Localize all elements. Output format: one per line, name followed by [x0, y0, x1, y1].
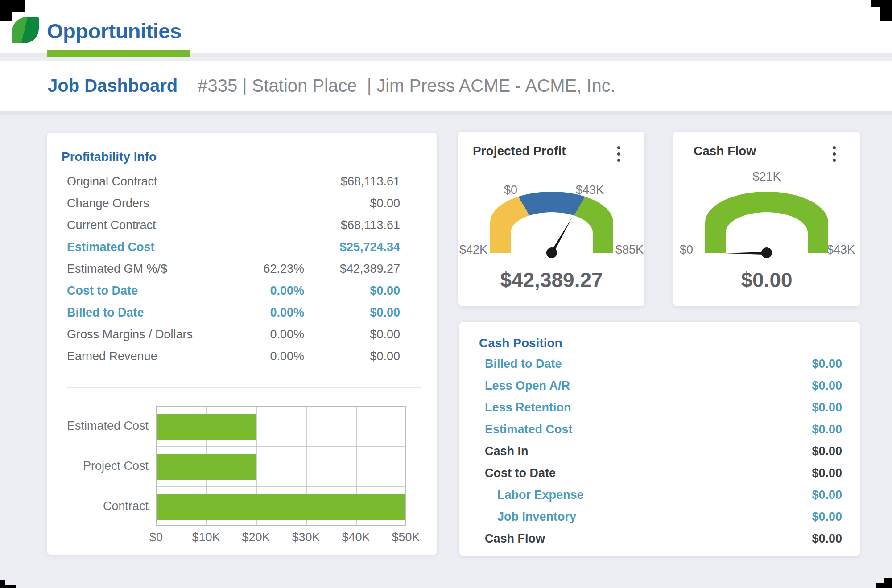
table-row: Original Contract $68,113.61: [47, 171, 437, 193]
row-pct: 0.00%: [228, 306, 304, 320]
cash-flow-label: Cash Flow: [485, 532, 812, 546]
breadcrumb: #335 | Station Place | Jim Press ACME - …: [198, 76, 615, 96]
labor-expense-link[interactable]: Labor Expense: [497, 488, 812, 502]
x-axis-tick: $50K: [379, 530, 433, 544]
job-inventory-link[interactable]: Job Inventory: [497, 510, 812, 524]
item-value: $0.00: [812, 532, 842, 546]
change-orders-label: Change Orders: [67, 197, 228, 210]
billed-to-date-link[interactable]: Billed to Date: [67, 306, 228, 320]
active-tab-underline: [47, 50, 190, 57]
cash-flow-gauge: [705, 192, 828, 253]
gauge-tick-label: $43K: [827, 243, 855, 257]
table-row: Billed to Date 0.00% $0.00: [47, 302, 437, 324]
row-amount: $0.00: [304, 350, 400, 363]
estimated-cost-link[interactable]: Estimated Cost: [485, 423, 812, 436]
list-item: Cash In $0.00: [459, 440, 860, 462]
cost-to-date-value-link[interactable]: $0.00: [304, 284, 400, 298]
cash-flow-title: Cash Flow: [694, 144, 756, 158]
row-amount: $68,113.61: [304, 175, 400, 189]
original-contract-label: Original Contract: [67, 175, 228, 189]
table-row: Gross Margins / Dollars 0.00% $0.00: [47, 324, 437, 345]
profitability-card: Profitability Info Original Contract $68…: [47, 133, 437, 555]
chart-category-label: Project Cost: [47, 459, 149, 473]
gauge-tick-label: $0: [680, 243, 693, 257]
profitability-heading: Profitability Info: [62, 150, 157, 164]
x-axis-tick: $0: [129, 530, 183, 544]
table-row: Earned Revenue 0.00% $0.00: [47, 345, 437, 367]
table-row: Current Contract $68,113.61: [47, 214, 437, 236]
x-axis-tick: $30K: [279, 530, 333, 544]
gauge-tick-label: $85K: [615, 243, 644, 257]
bar-contract: [157, 494, 405, 520]
row-pct: 0.00%: [228, 328, 304, 341]
sub-header: Job Dashboard #335 | Station Place | Jim…: [0, 61, 892, 115]
current-contract-label: Current Contract: [67, 218, 228, 232]
list-item: Cash Flow $0.00: [459, 528, 860, 550]
item-value: $0.00: [812, 466, 842, 480]
crop-mark: [880, 0, 892, 21]
item-value: $0.00: [812, 444, 842, 458]
crop-mark: [0, 0, 25, 12]
earned-revenue-label: Earned Revenue: [67, 350, 228, 363]
x-axis-tick: $40K: [329, 530, 383, 544]
projected-profit-gauge: [490, 192, 613, 253]
page-title[interactable]: Opportunities: [47, 19, 182, 43]
row-amount: $0.00: [304, 197, 400, 210]
bar-project-cost: [157, 454, 256, 480]
cash-flow-value: $0.00: [673, 268, 860, 292]
list-item: Less Open A/R $0.00: [459, 375, 860, 397]
item-value[interactable]: $0.00: [812, 379, 842, 393]
kebab-menu-icon[interactable]: [610, 143, 628, 164]
cash-flow-card: Cash Flow $0 $21K $43K $0.00: [673, 132, 860, 306]
table-row: Estimated Cost $25,724.34: [47, 236, 437, 258]
chart-category-label: Estimated Cost: [47, 419, 149, 433]
chart-category-label: Contract: [47, 499, 149, 513]
crop-mark: [0, 12, 12, 21]
item-value[interactable]: $0.00: [812, 401, 842, 415]
row-amount: $68,113.61: [304, 218, 400, 232]
app-header: Opportunities: [0, 0, 892, 57]
billed-to-date-link[interactable]: Billed to Date: [485, 357, 812, 371]
cost-to-date-label: Cost to Date: [485, 466, 812, 480]
list-item: Labor Expense $0.00: [459, 484, 860, 506]
table-row: Estimated GM %/$ 62.23% $42,389.27: [47, 258, 437, 280]
item-value[interactable]: $0.00: [812, 423, 842, 436]
estimated-cost-link[interactable]: Estimated Cost: [67, 240, 228, 254]
table-row: Change Orders $0.00: [47, 193, 437, 214]
kebab-menu-icon[interactable]: [825, 143, 843, 164]
projected-profit-value: $42,389.27: [458, 268, 644, 292]
item-value[interactable]: $0.00: [812, 488, 842, 502]
cost-contract-bar-chart: [156, 406, 406, 526]
projected-profit-card: Projected Profit $0 $43K $42K $85K $42,3…: [458, 132, 644, 306]
x-axis-tick: $10K: [179, 530, 233, 544]
list-item: Estimated Cost $0.00: [459, 419, 860, 440]
gauge-tick-label: $42K: [459, 243, 487, 257]
profitability-table: Original Contract $68,113.61 Change Orde…: [47, 171, 437, 367]
projected-profit-title: Projected Profit: [473, 144, 566, 158]
crop-mark: [0, 585, 16, 588]
tab-job-dashboard[interactable]: Job Dashboard: [48, 76, 178, 96]
list-item: Job Inventory $0.00: [459, 506, 860, 528]
gauge-pivot: [546, 247, 557, 258]
list-item: Less Retention $0.00: [459, 397, 860, 419]
cash-position-list: Billed to Date $0.00 Less Open A/R $0.00…: [459, 353, 860, 550]
less-retention-link[interactable]: Less Retention: [485, 401, 812, 415]
row-amount: $42,389.27: [304, 262, 400, 276]
leaf-icon[interactable]: [12, 17, 39, 43]
item-value[interactable]: $0.00: [812, 510, 842, 524]
billed-to-date-value-link[interactable]: $0.00: [304, 306, 400, 320]
list-item: Billed to Date $0.00: [459, 353, 860, 375]
cash-position-card: Cash Position Billed to Date $0.00 Less …: [459, 322, 860, 556]
divider: [67, 387, 421, 388]
cash-position-heading: Cash Position: [479, 336, 562, 350]
less-open-ar-link[interactable]: Less Open A/R: [485, 379, 812, 393]
estimated-cost-value-link[interactable]: $25,724.34: [304, 240, 400, 254]
row-amount: $0.00: [304, 328, 400, 341]
row-pct: 0.00%: [228, 350, 304, 363]
x-axis-tick: $20K: [229, 530, 283, 544]
bar-estimated-cost: [157, 414, 256, 440]
gauge-pivot: [761, 247, 772, 258]
item-value[interactable]: $0.00: [812, 357, 842, 371]
crop-mark: [884, 578, 892, 588]
cost-to-date-link[interactable]: Cost to Date: [67, 284, 228, 298]
